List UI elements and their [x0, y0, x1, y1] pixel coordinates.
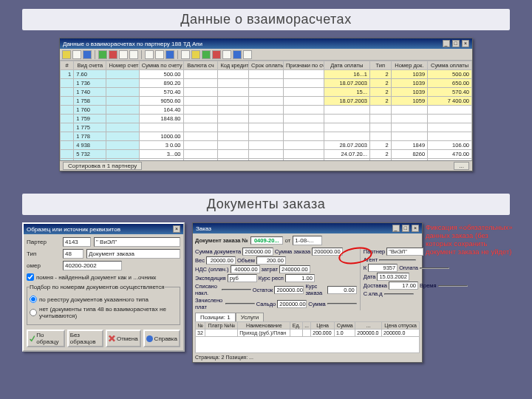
tb-misc4-icon[interactable]: [222, 50, 231, 59]
tb-misc2-icon[interactable]: [202, 50, 211, 59]
dialog-titlebar[interactable]: Образец или источник реквизитов ×: [24, 224, 183, 234]
tb-paste-icon[interactable]: [129, 50, 138, 59]
col-header[interactable]: Номер док.: [391, 61, 427, 70]
ostatok[interactable]: 200000.00: [274, 286, 304, 294]
order-titlebar[interactable]: Заказ _ □ ×: [193, 223, 422, 233]
col-header[interactable]: Сумма по счету: [139, 61, 183, 70]
table-row[interactable]: 1 740570.4015...21039570.40: [61, 88, 472, 97]
type-code-field[interactable]: 48: [63, 249, 83, 259]
number-field[interactable]: 40200-2002: [63, 261, 122, 270]
group-caption: Подбор по номерам документов осуществляе…: [30, 284, 165, 290]
lbl-partner: Партер: [27, 239, 60, 245]
kurs[interactable]: 1.00: [285, 274, 315, 282]
partner-code-field[interactable]: 4143: [63, 237, 91, 247]
tb-copy-icon[interactable]: [119, 50, 128, 59]
help-button[interactable]: Справка: [143, 330, 180, 347]
close-icon[interactable]: ×: [412, 225, 419, 232]
no-sample-button[interactable]: Без образцов: [67, 330, 103, 347]
date-field[interactable]: 15.03.2002: [377, 273, 409, 281]
sum-doc[interactable]: 200000.00: [242, 248, 273, 256]
tb-misc3-icon[interactable]: [212, 50, 221, 59]
kurs-order[interactable]: 0.00: [327, 286, 357, 294]
tb-print-icon[interactable]: [181, 50, 190, 59]
col-header[interactable]: #: [61, 61, 74, 70]
minimize-icon[interactable]: _: [443, 40, 450, 47]
partner-name-field[interactable]: " ВиЭЛ": [94, 237, 180, 247]
zachisl[interactable]: [225, 303, 255, 304]
remember-checkbox[interactable]: [27, 273, 34, 281]
maximize-icon[interactable]: □: [452, 40, 460, 47]
tb-misc5-icon[interactable]: [233, 50, 242, 59]
table-row[interactable]: 17.60500.0016...121039500.00: [61, 70, 472, 79]
tb-sort-icon[interactable]: [166, 50, 174, 59]
partner-field[interactable]: "ВиЭЛ": [386, 248, 423, 256]
k-field[interactable]: 9357: [368, 264, 398, 272]
close-icon[interactable]: ×: [462, 40, 469, 47]
close-icon[interactable]: ×: [173, 225, 180, 233]
check-icon: [30, 335, 35, 342]
table-row[interactable]: 1 760164.40: [61, 106, 472, 115]
cancel-button[interactable]: Отмена: [106, 330, 141, 347]
table-row[interactable]: 1 7781000.00: [61, 132, 472, 141]
col-header[interactable]: Валюта сч: [183, 61, 218, 70]
tb-open-icon[interactable]: [72, 50, 81, 59]
table-row[interactable]: 5 7323...0024.07.20...28260470.00: [61, 150, 472, 159]
lbl-type: Тип: [27, 250, 60, 257]
col-header[interactable]: Тип: [369, 61, 391, 70]
table-row[interactable]: 1 7589050.6018.07.2003210597 400.00: [61, 97, 472, 106]
col-header[interactable]: Код кредита: [218, 61, 249, 70]
by-sample-button[interactable]: По образцу: [27, 330, 65, 347]
time-field[interactable]: [438, 285, 468, 287]
settlements-grid[interactable]: #Вид счетаНомер счетаСумма по счетуВалют…: [60, 61, 472, 160]
col-header[interactable]: Вид счета: [74, 61, 106, 70]
tb-new-icon[interactable]: [62, 50, 71, 59]
tb-ok-icon[interactable]: [98, 50, 107, 59]
table-row[interactable]: 4 9383 0.0028.07.200321849106.00: [61, 141, 472, 150]
table-row[interactable]: 1 775: [61, 123, 472, 132]
radio-none[interactable]: [30, 309, 37, 316]
tab-services[interactable]: Услуги: [236, 313, 265, 321]
agent-field[interactable]: [379, 259, 416, 261]
warehouse[interactable]: [384, 293, 414, 295]
radio-by-registry[interactable]: [30, 296, 37, 303]
spisano[interactable]: [222, 289, 251, 290]
toolbar: [60, 49, 472, 61]
weight[interactable]: 20000.00: [206, 256, 236, 265]
tb-save-icon[interactable]: [83, 50, 92, 59]
col-header[interactable]: Сумма оплаты: [428, 61, 472, 70]
order-date[interactable]: 1-08-...: [293, 236, 322, 245]
type-name-field[interactable]: Документ заказа: [86, 249, 180, 259]
pay-field[interactable]: [420, 267, 449, 269]
table-row[interactable]: 1 7591848.80: [61, 115, 472, 123]
lbl-ot: от: [285, 237, 290, 244]
saldo[interactable]: 200000.00: [277, 300, 307, 308]
tb-misc6-icon[interactable]: [243, 50, 252, 59]
tb-find-icon[interactable]: [145, 50, 154, 59]
order-number[interactable]: 0409-20...: [250, 236, 283, 245]
table-row[interactable]: 1 736890.2018.07.200321039650.00: [61, 79, 472, 88]
summa[interactable]: [327, 303, 357, 304]
order-positions-grid[interactable]: №Платр №№НаименованиеЕд....ЦенаСумма...Ц…: [195, 321, 420, 353]
tb-del-icon[interactable]: [109, 50, 117, 59]
col-header[interactable]: Дата оплаты: [324, 61, 369, 70]
delivery[interactable]: 17.00: [389, 282, 418, 290]
expedition[interactable]: руб: [228, 274, 257, 282]
status-left[interactable]: Сортировка п 1 партнеру: [63, 162, 142, 170]
sum-order[interactable]: 200000.00: [312, 248, 342, 256]
section-title-1: Данные о взаиморасчетах: [22, 9, 510, 30]
tb-misc1-icon[interactable]: [191, 50, 200, 59]
minimize-icon[interactable]: _: [392, 225, 400, 232]
volume[interactable]: 200.00: [256, 256, 286, 265]
col-header[interactable]: Признаки по счету: [283, 61, 324, 70]
maximize-icon[interactable]: □: [402, 225, 409, 232]
order-window: Заказ _ □ × Документ заказа № 0409-20...…: [192, 222, 423, 363]
status-right[interactable]: ...: [454, 162, 469, 170]
tab-positions[interactable]: Позиции: 1: [195, 313, 236, 321]
sample-dialog: Образец или источник реквизитов × Партер…: [22, 222, 185, 352]
zatrat[interactable]: 240000.00: [279, 265, 310, 273]
col-header[interactable]: Срок оплаты: [249, 61, 284, 70]
nds[interactable]: 40000.00: [231, 265, 260, 273]
titlebar[interactable]: Данные о взаиморасчетах по партнеру 188 …: [60, 38, 472, 49]
col-header[interactable]: Номер счета: [106, 61, 139, 70]
tb-filter-icon[interactable]: [155, 50, 164, 59]
